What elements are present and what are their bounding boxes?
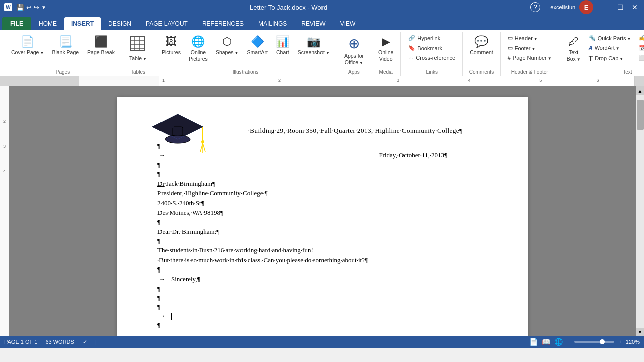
header-button[interactable]: ▭ Header▼ [505, 33, 555, 43]
page-number-icon: # [508, 55, 511, 61]
doc-line-closing: → Sincerely,¶ [157, 274, 488, 284]
ruler: 1 2 3 4 5 6 [0, 76, 644, 86]
apps-for-office-button[interactable]: ⊕ Apps forOffice▼ [341, 33, 367, 67]
tab-view[interactable]: VIEW [333, 17, 363, 30]
spelling-check-icon[interactable]: ✓ [83, 339, 87, 345]
bookmark-icon: 🔖 [408, 45, 415, 51]
view-reading-icon[interactable]: 📖 [542, 338, 550, 346]
quick-parts-button[interactable]: 🔩 Quick Parts▼ [586, 33, 634, 43]
drop-cap-icon: T [589, 54, 593, 62]
doc-line-title: President,·Highline·Community·College·¶ [157, 188, 488, 198]
tab-arrow-sig: → [159, 312, 165, 320]
bookmark-button[interactable]: 🔖 Bookmark [405, 43, 458, 53]
comment-button[interactable]: 💬 Comment [467, 33, 496, 58]
date-time-button[interactable]: 📅 Date & Time [636, 43, 644, 53]
online-video-button[interactable]: ▶ OnlineVideo [375, 33, 396, 64]
text-label: Text [623, 67, 632, 75]
tab-file[interactable]: FILE [2, 17, 31, 30]
tab-home[interactable]: HOME [32, 17, 64, 30]
doc-line-greeting: Dear·Dr.·Birmingham:¶ [157, 227, 488, 237]
ribbon: 📄 Cover Page▼ 📃 Blank Page ⬛ Page Break … [0, 30, 644, 76]
title-bar-right: ? excelisfun E – ☐ ✕ [530, 0, 640, 16]
shapes-button[interactable]: ⬡ Shapes▼ [213, 33, 242, 58]
view-normal-icon[interactable]: 📄 [529, 338, 538, 346]
screenshot-button[interactable]: 📷 Screenshot▼ [295, 33, 333, 58]
window-title: Letter To Jack.docx - Word [46, 4, 530, 11]
ribbon-group-media: ▶ OnlineVideo Media [371, 32, 401, 76]
comments-label: Comments [469, 67, 494, 75]
minimize-button[interactable]: – [603, 3, 611, 11]
signature-line-button[interactable]: ✍ Signature Line▼ [636, 33, 644, 43]
object-button[interactable]: ⬜ Object▼ [636, 53, 644, 63]
tab-page-layout[interactable]: PAGE LAYOUT [139, 17, 195, 30]
table-icon [130, 35, 146, 54]
graduation-cap-image [147, 112, 208, 162]
doc-line-blank9: ¶ [157, 321, 488, 330]
blank-page-button[interactable]: 📃 Blank Page [49, 33, 82, 58]
scroll-thumb[interactable] [637, 100, 644, 130]
user-area: excelisfun E [544, 0, 599, 16]
vertical-scrollbar[interactable]: ▲ ▼ [636, 86, 644, 336]
tab-review[interactable]: REVIEW [294, 17, 332, 30]
status-right: 📄 📖 🌐 − + 120% [529, 338, 640, 346]
zoom-level[interactable]: 120% [626, 339, 640, 345]
drop-cap-button[interactable]: T Drop Cap▼ [586, 53, 634, 64]
quick-access-save[interactable]: 💾 [16, 4, 24, 11]
header-icon: ▭ [508, 35, 513, 41]
ruler-margin-left [0, 76, 79, 86]
doc-line-blank5: ¶ [157, 265, 488, 274]
close-button[interactable]: ✕ [630, 3, 640, 11]
scroll-up-button[interactable]: ▲ [636, 86, 645, 95]
chart-button[interactable]: 📊 Chart [273, 33, 293, 58]
quick-access-undo[interactable]: ↩ [26, 4, 32, 11]
cross-reference-icon: ↔ [408, 55, 414, 61]
tab-mailings[interactable]: MAILINGS [251, 17, 294, 30]
table-button[interactable]: Table▼ [126, 33, 150, 64]
tables-items: Table▼ [126, 33, 150, 67]
illustrations-items: 🖼 Pictures 🌐 OnlinePictures ⬡ Shapes▼ 🔷 … [158, 33, 333, 67]
text-box-icon: 🖊 [568, 35, 579, 48]
pages-label: Pages [56, 67, 70, 75]
ribbon-group-header-footer: ▭ Header▼ ▭ Footer▼ # Page Number▼ Heade… [501, 32, 559, 76]
zoom-in-button[interactable]: + [618, 339, 621, 345]
tab-references[interactable]: REFERENCES [195, 17, 251, 30]
footer-button[interactable]: ▭ Footer▼ [505, 43, 555, 53]
text-col: 🔩 Quick Parts▼ A WordArt▼ T Drop Cap▼ [586, 33, 634, 64]
zoom-slider[interactable] [574, 341, 614, 343]
scroll-track [636, 95, 644, 328]
online-video-icon: ▶ [382, 35, 390, 48]
smartart-button[interactable]: 🔷 SmartArt [244, 33, 270, 58]
scroll-down-button[interactable]: ▼ [636, 328, 645, 336]
help-button[interactable]: ? [530, 2, 540, 12]
user-avatar[interactable]: E [579, 0, 593, 14]
wordart-button[interactable]: A WordArt▼ [586, 43, 634, 52]
object-icon: ⬜ [639, 55, 644, 61]
page-number-button[interactable]: # Page Number▼ [505, 53, 555, 62]
text-box-button[interactable]: 🖊 TextBox▼ [564, 33, 584, 64]
doc-line-signature: → [157, 311, 488, 321]
chart-icon: 📊 [276, 35, 289, 48]
online-pictures-button[interactable]: 🌐 OnlinePictures [186, 33, 211, 64]
cover-page-button[interactable]: 📄 Cover Page▼ [8, 33, 47, 58]
screenshot-dropdown-arrow: ▼ [326, 51, 330, 55]
quick-access-redo[interactable]: ↪ [34, 4, 39, 11]
zoom-out-button[interactable]: − [567, 339, 570, 345]
tab-insert[interactable]: INSERT [64, 17, 101, 30]
page-break-button[interactable]: ⬛ Page Break [84, 33, 118, 58]
doc-line-blank8: ¶ [157, 302, 488, 311]
restore-button[interactable]: ☐ [615, 3, 626, 11]
document-container: ·Building·29,·Room·350,·Fall·Quarter·201… [9, 86, 636, 336]
cross-reference-button[interactable]: ↔ Cross-reference [405, 53, 458, 62]
blank-page-icon: 📃 [59, 35, 72, 48]
tab-design[interactable]: DESIGN [101, 17, 138, 30]
text-items: 🖊 TextBox▼ 🔩 Quick Parts▼ A WordArt▼ T D… [564, 33, 644, 67]
quick-access-dropdown[interactable]: ▼ [41, 5, 46, 10]
zoom-thumb[interactable] [600, 339, 605, 344]
hyperlink-button[interactable]: 🔗 Hyperlink [405, 33, 458, 43]
view-web-icon[interactable]: 🌐 [554, 338, 563, 346]
document-page[interactable]: ·Building·29,·Room·350,·Fall·Quarter·201… [117, 97, 528, 336]
status-bar: PAGE 1 OF 1 63 WORDS ✓ | 📄 📖 🌐 − + 120% [0, 336, 644, 348]
pictures-button[interactable]: 🖼 Pictures [158, 33, 184, 58]
vertical-ruler: 2 3 4 [0, 86, 9, 336]
ruler-margin-right [635, 76, 644, 86]
